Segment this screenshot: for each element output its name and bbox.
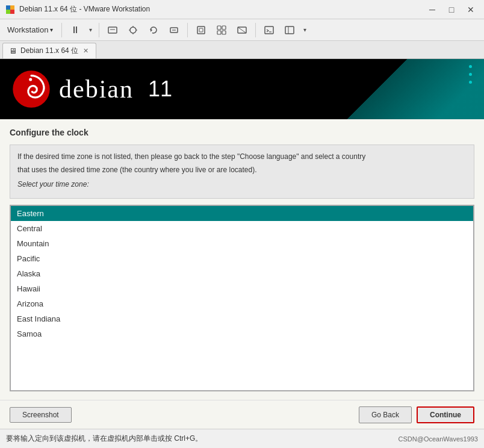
tab-label: Debian 11.x 64 位 bbox=[20, 46, 78, 56]
menu-bar: Workstation ▾ ⏸ ▾ bbox=[0, 19, 484, 41]
svg-rect-14 bbox=[217, 31, 221, 34]
select-timezone-label: Select your time zone: bbox=[17, 179, 467, 190]
continue-button[interactable]: Continue bbox=[417, 406, 474, 423]
app-icon bbox=[5, 4, 16, 15]
tab-bar: 🖥 Debian 11.x 64 位 ✕ bbox=[0, 41, 484, 59]
toolbar-separator-2 bbox=[99, 23, 99, 37]
timezone-list[interactable]: EasternCentralMountainPacificAlaskaHawai… bbox=[10, 205, 474, 391]
svg-point-6 bbox=[130, 27, 136, 33]
svg-rect-0 bbox=[6, 5, 10, 10]
toolbar-separator-4 bbox=[255, 23, 256, 37]
svg-point-22 bbox=[29, 78, 32, 81]
pause-dropdown-button[interactable]: ▾ bbox=[85, 22, 95, 39]
installer-footer: Screenshot Go Back Continue bbox=[0, 400, 484, 429]
fullscreen-button[interactable] bbox=[191, 22, 211, 39]
svg-rect-4 bbox=[108, 27, 117, 33]
switch-button[interactable] bbox=[232, 22, 252, 39]
svg-rect-10 bbox=[197, 26, 205, 34]
screen-dropdown-button[interactable]: ▾ bbox=[300, 22, 309, 39]
debian-swirl-icon bbox=[12, 70, 51, 108]
banner-dots bbox=[469, 65, 472, 84]
suspend-button[interactable] bbox=[164, 22, 184, 39]
timezone-item-hawaii[interactable]: Hawaii bbox=[11, 281, 473, 296]
debian-logo: debian 11 bbox=[12, 70, 172, 108]
timezone-item-east-indiana[interactable]: East Indiana bbox=[11, 311, 473, 326]
description-line1: If the desired time zone is not listed, … bbox=[17, 151, 467, 162]
workstation-label: Workstation bbox=[7, 25, 48, 34]
svg-rect-20 bbox=[285, 26, 294, 34]
installer-description: If the desired time zone is not listed, … bbox=[10, 145, 474, 199]
timezone-item-central[interactable]: Central bbox=[11, 221, 473, 236]
send-ctrlaltdel-button[interactable] bbox=[103, 22, 122, 39]
debian-version: 11 bbox=[148, 76, 172, 102]
window-controls: ─ □ ✕ bbox=[424, 3, 479, 16]
minimize-button[interactable]: ─ bbox=[424, 3, 441, 16]
svg-rect-11 bbox=[199, 28, 203, 32]
installer-content: Configure the clock If the desired time … bbox=[0, 119, 484, 400]
status-right: CSDN@OceanWaves1993 bbox=[399, 435, 478, 443]
svg-rect-3 bbox=[10, 10, 14, 14]
svg-marker-7 bbox=[150, 28, 152, 32]
timezone-item-alaska[interactable]: Alaska bbox=[11, 266, 473, 281]
timezone-item-arizona[interactable]: Arizona bbox=[11, 296, 473, 311]
workstation-arrow: ▾ bbox=[50, 26, 53, 33]
playback-controls: ⏸ ▾ bbox=[66, 22, 95, 39]
toolbar-separator-3 bbox=[187, 23, 188, 37]
main-wrapper: debian 11 Configure the clock If the des… bbox=[0, 59, 484, 448]
close-button[interactable]: ✕ bbox=[462, 3, 479, 16]
timezone-item-samoa[interactable]: Samoa bbox=[11, 326, 473, 341]
svg-rect-2 bbox=[6, 10, 10, 14]
view-button[interactable] bbox=[280, 22, 299, 39]
tab-close-button[interactable]: ✕ bbox=[82, 47, 90, 55]
screenshot-button[interactable]: Screenshot bbox=[10, 407, 72, 423]
revert-button[interactable] bbox=[144, 22, 163, 39]
snapshot-button[interactable] bbox=[123, 22, 143, 39]
timezone-item-eastern[interactable]: Eastern bbox=[11, 206, 473, 221]
tab-vm-icon: 🖥 bbox=[9, 46, 17, 55]
debian-banner: debian 11 bbox=[0, 59, 484, 119]
svg-line-17 bbox=[238, 27, 246, 33]
svg-rect-18 bbox=[265, 26, 273, 34]
svg-rect-1 bbox=[10, 5, 14, 10]
workstation-menu[interactable]: Workstation ▾ bbox=[2, 23, 58, 37]
svg-rect-13 bbox=[222, 26, 226, 30]
debian-brand-name: debian bbox=[59, 75, 134, 104]
installer-title: Configure the clock bbox=[10, 128, 474, 137]
go-back-button[interactable]: Go Back bbox=[359, 406, 412, 423]
svg-rect-15 bbox=[222, 31, 226, 34]
window-title: Debian 11.x 64 位 - VMware Workstation bbox=[19, 4, 424, 14]
pause-button[interactable]: ⏸ bbox=[66, 22, 85, 39]
restore-button[interactable]: □ bbox=[443, 3, 460, 16]
toolbar-separator-1 bbox=[61, 23, 62, 37]
status-bar: 要将输入定向到该虚拟机，请在虚拟机内部单击或按 Ctrl+G。 CSDN@Oce… bbox=[0, 429, 484, 448]
status-text: 要将输入定向到该虚拟机，请在虚拟机内部单击或按 Ctrl+G。 bbox=[6, 434, 202, 444]
timezone-item-pacific[interactable]: Pacific bbox=[11, 251, 473, 266]
timezone-item-mountain[interactable]: Mountain bbox=[11, 236, 473, 251]
svg-rect-12 bbox=[217, 26, 221, 30]
vm-tab[interactable]: 🖥 Debian 11.x 64 位 ✕ bbox=[2, 43, 96, 58]
status-left: 要将输入定向到该虚拟机，请在虚拟机内部单击或按 Ctrl+G。 bbox=[6, 434, 202, 444]
title-bar: Debian 11.x 64 位 - VMware Workstation ─ … bbox=[0, 0, 484, 19]
terminal-button[interactable] bbox=[259, 22, 279, 39]
unity-button[interactable] bbox=[212, 22, 231, 39]
banner-accent bbox=[315, 59, 484, 119]
description-line2: that uses the desired time zone (the cou… bbox=[17, 164, 467, 175]
